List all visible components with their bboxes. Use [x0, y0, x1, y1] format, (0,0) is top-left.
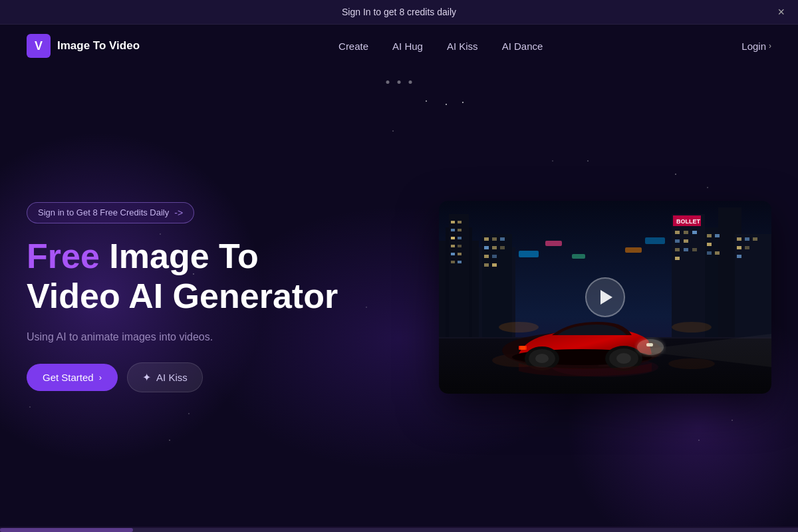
hero-left-content: Sign in to Get 8 Free Credits Daily -> F…	[27, 202, 372, 393]
play-circle	[585, 277, 625, 317]
nav-link-ai-hug[interactable]: AI Hug	[392, 41, 423, 52]
hero-subtitle: Using AI to animate images into videos.	[27, 329, 372, 345]
dot-1	[386, 80, 390, 84]
sparkle-icon: ✦	[142, 371, 151, 384]
play-triangle-icon	[600, 290, 612, 305]
nav-link-ai-dance[interactable]: AI Dance	[502, 41, 543, 52]
announcement-bar: Sign In to get 8 credits daily ×	[0, 0, 798, 25]
sign-in-badge[interactable]: Sign in to Get 8 Free Credits Daily ->	[27, 202, 194, 223]
get-started-button[interactable]: Get Started ›	[27, 364, 118, 391]
dot-2	[398, 80, 401, 84]
announcement-text: Sign In to get 8 credits daily	[342, 7, 456, 17]
logo-icon: V	[27, 34, 51, 58]
hero-right-content: BOLLET	[372, 201, 771, 394]
hero-title-free: Free	[27, 237, 100, 275]
dot-indicators	[386, 80, 412, 84]
play-button-overlay[interactable]	[439, 201, 771, 394]
logo[interactable]: V Image To Video	[27, 34, 140, 58]
nav-right: Login ›	[741, 41, 771, 52]
scrollbar-thumb[interactable]	[0, 528, 133, 532]
login-chevron-icon: ›	[769, 41, 771, 51]
nav-link-ai-kiss[interactable]: AI Kiss	[447, 41, 478, 52]
scrollbar-area	[0, 527, 798, 532]
hero-actions: Get Started › ✦ AI Kiss	[27, 362, 372, 392]
navbar: V Image To Video Create AI Hug AI Kiss A…	[0, 25, 798, 67]
get-started-chevron-icon: ›	[99, 372, 102, 382]
video-card: BOLLET	[439, 201, 771, 394]
nav-link-create[interactable]: Create	[338, 41, 368, 52]
logo-text: Image To Video	[57, 39, 140, 53]
login-button[interactable]: Login ›	[741, 41, 771, 52]
scrollbar-track	[0, 528, 798, 532]
dot-3	[409, 80, 412, 84]
hero-title: Free Image ToVideo AI Generator	[27, 237, 372, 317]
nav-links: Create AI Hug AI Kiss AI Dance	[338, 41, 543, 52]
badge-arrow-icon: ->	[174, 207, 183, 218]
hero-section: Sign in to Get 8 Free Credits Daily -> F…	[0, 67, 798, 527]
ai-kiss-button[interactable]: ✦ AI Kiss	[127, 362, 203, 392]
sign-in-badge-text: Sign in to Get 8 Free Credits Daily	[38, 207, 169, 217]
announcement-close-button[interactable]: ×	[777, 6, 785, 18]
